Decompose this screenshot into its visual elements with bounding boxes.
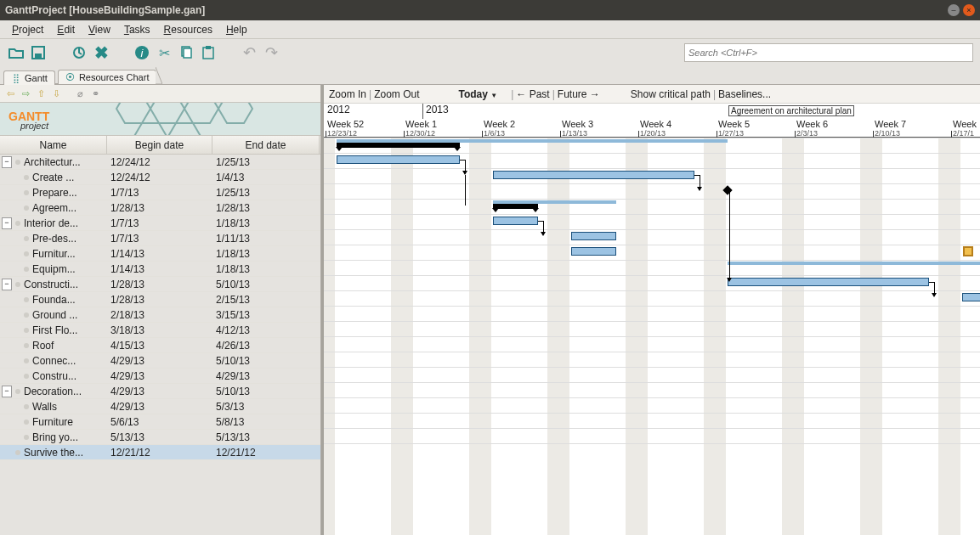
- note-icon[interactable]: [963, 246, 973, 256]
- task-bar[interactable]: [493, 217, 538, 225]
- timeline-header[interactable]: 20122013Week 5212/23/12Week 112/30/12Wee…: [324, 104, 980, 138]
- col-name[interactable]: Name: [0, 136, 107, 154]
- baselines-button[interactable]: Baselines...: [718, 88, 771, 100]
- task-bar[interactable]: [962, 293, 980, 301]
- task-row[interactable]: First Flo...3/18/134/12/13: [0, 323, 320, 338]
- dropdown-icon: ▼: [490, 92, 497, 99]
- task-row[interactable]: Pre-des...1/7/131/11/13: [0, 231, 320, 246]
- task-row[interactable]: −Constructi...1/28/135/10/13: [0, 277, 320, 292]
- tab-resources[interactable]: ⦿ Resources Chart: [58, 70, 157, 84]
- task-bullet-icon: [24, 175, 29, 180]
- task-row[interactable]: Roof4/15/134/26/13: [0, 338, 320, 353]
- task-end: 1/18/13: [212, 248, 320, 260]
- task-end: 5/10/13: [212, 386, 320, 397]
- col-begin[interactable]: Begin date: [107, 136, 212, 154]
- task-bar[interactable]: [493, 171, 694, 179]
- task-row[interactable]: Constru...4/29/134/29/13: [0, 369, 320, 384]
- tab-gantt[interactable]: ⣿ Gantt: [3, 70, 55, 85]
- task-row[interactable]: Ground ...2/18/133/15/13: [0, 307, 320, 323]
- expand-toggle[interactable]: −: [2, 279, 12, 290]
- menu-tasks[interactable]: Tasks: [119, 22, 156, 37]
- task-row[interactable]: Equipm...1/14/131/18/13: [0, 262, 320, 277]
- menu-edit[interactable]: Edit: [52, 22, 80, 37]
- summary-bracket[interactable]: [493, 204, 538, 209]
- expand-toggle[interactable]: −: [2, 386, 12, 397]
- delete-icon[interactable]: ✖: [92, 43, 110, 62]
- tree-link-icon[interactable]: ⚭: [88, 87, 102, 100]
- menu-project[interactable]: Project: [7, 22, 48, 37]
- zoom-out-button[interactable]: Zoom Out: [374, 88, 419, 100]
- task-name: Walls: [32, 401, 57, 413]
- task-row[interactable]: −Decoration...4/29/135/10/13: [0, 384, 320, 399]
- task-bullet-icon: [24, 374, 29, 379]
- task-end: 5/8/13: [212, 416, 320, 428]
- task-tree[interactable]: −Architectur...12/24/121/25/13Create ...…: [0, 155, 320, 460]
- task-end: 1/28/13: [212, 202, 320, 214]
- undo-icon[interactable]: ↶: [240, 43, 258, 62]
- gantt-chart-panel: Zoom In | Zoom Out Today ▼ | ← Past | Fu…: [321, 85, 980, 535]
- task-name: Ground ...: [32, 309, 77, 321]
- task-bar[interactable]: [728, 278, 929, 286]
- task-bar[interactable]: [571, 232, 616, 240]
- task-row[interactable]: Walls4/29/135/3/13: [0, 399, 320, 414]
- task-begin: 1/7/13: [107, 217, 212, 229]
- save-icon[interactable]: [29, 43, 48, 62]
- critical-path-button[interactable]: Show critical path: [631, 88, 711, 100]
- task-name: Roof: [32, 340, 54, 352]
- copy-icon[interactable]: [177, 43, 195, 62]
- cut-icon[interactable]: ✂: [155, 43, 173, 62]
- gantt-icon: ⣿: [11, 73, 21, 83]
- task-bullet-icon: [24, 313, 29, 318]
- task-bar[interactable]: [337, 155, 460, 164]
- minimize-button[interactable]: –: [948, 4, 960, 16]
- future-button[interactable]: Future →: [558, 88, 600, 100]
- summary-bracket[interactable]: [337, 143, 460, 148]
- zoom-in-button[interactable]: Zoom In: [329, 88, 366, 100]
- expand-toggle[interactable]: −: [2, 156, 12, 168]
- task-row[interactable]: Founda...1/28/132/15/13: [0, 292, 320, 307]
- task-row[interactable]: Survive the...12/21/1212/21/12: [0, 445, 320, 460]
- tree-up-icon[interactable]: ⇧: [34, 87, 48, 100]
- task-row[interactable]: Create ...12/24/121/4/13: [0, 170, 320, 185]
- tree-back-icon[interactable]: ⇦: [3, 87, 17, 100]
- week-label: Week 5212/23/12: [327, 119, 405, 138]
- tree-unlink-icon[interactable]: ⌀: [73, 87, 87, 100]
- task-bar[interactable]: [571, 247, 616, 256]
- task-row[interactable]: Bring yo...5/13/135/13/13: [0, 430, 320, 445]
- col-end[interactable]: End date: [212, 136, 320, 154]
- tree-fwd-icon[interactable]: ⇨: [19, 87, 32, 100]
- expand-toggle[interactable]: −: [2, 217, 12, 229]
- task-row[interactable]: Prepare...1/7/131/25/13: [0, 185, 320, 200]
- close-button[interactable]: ×: [963, 4, 975, 16]
- task-name: Pre-des...: [32, 233, 76, 245]
- tree-toolbar: ⇦ ⇨ ⇧ ⇩ ⌀ ⚭: [0, 85, 320, 102]
- info-icon[interactable]: i: [133, 43, 151, 62]
- search-input[interactable]: [684, 43, 973, 62]
- task-begin: 1/14/13: [107, 263, 212, 275]
- task-row[interactable]: −Architectur...12/24/121/25/13: [0, 155, 320, 170]
- task-end: 1/25/13: [212, 187, 320, 199]
- task-begin: 4/29/13: [107, 355, 212, 367]
- past-button[interactable]: ← Past: [516, 88, 549, 100]
- open-icon[interactable]: [7, 43, 25, 62]
- resources-icon: ⦿: [65, 72, 76, 82]
- summary-bar[interactable]: [728, 262, 980, 265]
- task-row[interactable]: Agreem...1/28/131/28/13: [0, 200, 320, 216]
- paste-icon[interactable]: [199, 43, 218, 62]
- redo-icon[interactable]: ↷: [262, 43, 280, 62]
- gantt-body[interactable]: [324, 138, 980, 535]
- week-label: Week 72/10/13: [875, 119, 953, 138]
- task-row[interactable]: −Interior de...1/7/131/18/13: [0, 216, 320, 231]
- tree-down-icon[interactable]: ⇩: [49, 87, 63, 100]
- refresh-icon[interactable]: [70, 43, 88, 62]
- menu-help[interactable]: Help: [221, 22, 252, 37]
- svg-marker-13: [167, 123, 201, 136]
- task-name: First Flo...: [32, 324, 77, 336]
- task-row[interactable]: Connec...4/29/135/10/13: [0, 353, 320, 369]
- task-row[interactable]: Furniture5/6/135/8/13: [0, 414, 320, 430]
- today-button[interactable]: Today ▼: [459, 88, 498, 100]
- svg-rect-1: [35, 54, 42, 58]
- task-row[interactable]: Furnitur...1/14/131/18/13: [0, 246, 320, 262]
- menu-resources[interactable]: Resources: [159, 22, 218, 37]
- menu-view[interactable]: View: [83, 22, 116, 37]
